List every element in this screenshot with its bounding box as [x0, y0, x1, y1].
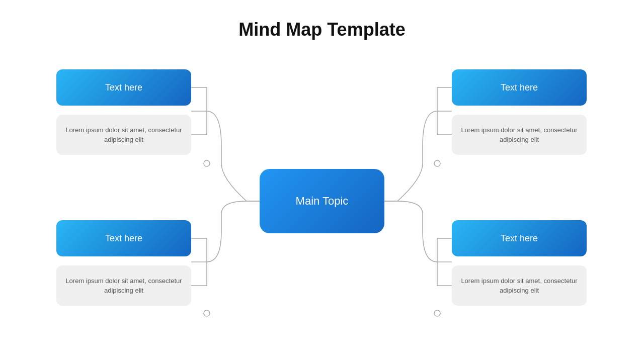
- main-topic: Main Topic: [260, 169, 384, 233]
- bottom-right-desc: Lorem ipsum dolor sit amet, consectetur …: [452, 265, 587, 306]
- mind-map-container: Main Topic Text here Lorem ipsum dolor s…: [0, 45, 644, 357]
- bottom-right-header-label: Text here: [501, 233, 538, 244]
- top-right-header-label: Text here: [501, 82, 538, 93]
- top-right-desc-text: Lorem ipsum dolor sit amet, consectetur …: [457, 125, 582, 145]
- svg-point-2: [204, 310, 210, 316]
- page-title: Mind Map Template: [0, 0, 644, 45]
- bottom-right-header: Text here: [452, 220, 587, 256]
- svg-point-0: [204, 160, 210, 166]
- top-right-header: Text here: [452, 69, 587, 106]
- top-left-desc: Lorem ipsum dolor sit amet, consectetur …: [56, 115, 191, 155]
- top-right-desc: Lorem ipsum dolor sit amet, consectetur …: [452, 115, 587, 155]
- top-left-desc-text: Lorem ipsum dolor sit amet, consectetur …: [61, 125, 186, 145]
- svg-point-3: [434, 310, 440, 316]
- bottom-left-desc-text: Lorem ipsum dolor sit amet, consectetur …: [61, 276, 186, 296]
- top-left-header-label: Text here: [105, 82, 142, 93]
- top-left-header: Text here: [56, 69, 191, 106]
- svg-point-1: [434, 160, 440, 166]
- bottom-left-header: Text here: [56, 220, 191, 256]
- bottom-right-desc-text: Lorem ipsum dolor sit amet, consectetur …: [457, 276, 582, 296]
- bottom-left-header-label: Text here: [105, 233, 142, 244]
- bottom-left-desc: Lorem ipsum dolor sit amet, consectetur …: [56, 265, 191, 306]
- main-topic-label: Main Topic: [296, 195, 349, 208]
